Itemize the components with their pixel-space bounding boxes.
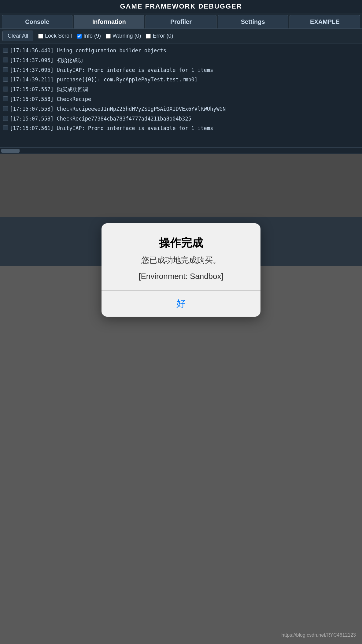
log-icon bbox=[3, 48, 8, 53]
log-area: [17:14:36.440] Using configuration build… bbox=[0, 43, 362, 147]
log-icon bbox=[3, 87, 8, 91]
footer-url: https://blog.csdn.net/RYC4612123 bbox=[282, 632, 356, 638]
log-entry: [17:15:07.557] 购买成功回调 bbox=[2, 85, 360, 95]
error-checkbox[interactable]: Error (0) bbox=[146, 33, 173, 39]
modal-button-area: 好 bbox=[102, 291, 260, 317]
log-icon bbox=[3, 58, 8, 62]
toolbar: Clear All Lock Scroll Info (9) Warning (… bbox=[0, 29, 362, 43]
warning-checkbox[interactable]: Warning (0) bbox=[106, 33, 141, 39]
log-icon bbox=[3, 116, 8, 121]
log-entry: [17:14:37.095] 初始化成功 bbox=[2, 56, 360, 65]
tab-example[interactable]: EXAMPLE bbox=[290, 15, 360, 28]
log-entry: [17:15:07.558] CheckRecipe77384cba783f47… bbox=[2, 114, 360, 124]
modal-body: 操作完成 您已成功地完成购买。 [Environment: Sandbox] bbox=[102, 223, 260, 290]
log-entry: [17:15:07.558] CheckRecipeewoJInNpZ25hdH… bbox=[2, 104, 360, 114]
modal-env: [Environment: Sandbox] bbox=[111, 272, 251, 281]
log-icon bbox=[3, 106, 8, 111]
tab-settings[interactable]: Settings bbox=[218, 15, 288, 28]
log-entry: [17:14:36.440] Using configuration build… bbox=[2, 46, 360, 56]
log-entry: [17:14:37.095] UnityIAP: Promo interface… bbox=[2, 65, 360, 75]
log-icon bbox=[3, 96, 8, 101]
log-icon bbox=[3, 67, 8, 72]
scrollbar-thumb[interactable] bbox=[1, 149, 20, 153]
gray-background bbox=[0, 266, 362, 644]
tab-bar: Console Information Profiler Settings EX… bbox=[0, 13, 362, 29]
tab-information[interactable]: Information bbox=[74, 15, 144, 28]
log-entry: [17:14:39.211] purchase({0}): com.RycApp… bbox=[2, 75, 360, 85]
lock-scroll-checkbox[interactable]: Lock Scroll bbox=[38, 33, 72, 39]
debugger-panel: GAME FRAMEWORK DEBUGGER Console Informat… bbox=[0, 0, 362, 154]
clear-all-button[interactable]: Clear All bbox=[2, 31, 33, 41]
log-entry: [17:15:07.561] UnityIAP: Promo interface… bbox=[2, 124, 360, 133]
modal-dialog: 操作完成 您已成功地完成购买。 [Environment: Sandbox] 好 bbox=[102, 223, 260, 317]
scrollbar-area[interactable] bbox=[0, 147, 362, 154]
modal-overlay: 操作完成 您已成功地完成购买。 [Environment: Sandbox] 好 bbox=[0, 223, 362, 317]
log-icon bbox=[3, 77, 8, 82]
log-entry: [17:15:07.558] CheckRecipe bbox=[2, 95, 360, 104]
modal-ok-button[interactable]: 好 bbox=[102, 291, 260, 317]
debugger-title: GAME FRAMEWORK DEBUGGER bbox=[0, 0, 362, 13]
modal-message: 您已成功地完成购买。 bbox=[111, 255, 251, 266]
tab-profiler[interactable]: Profiler bbox=[146, 15, 216, 28]
info-checkbox[interactable]: Info (9) bbox=[77, 33, 101, 39]
tab-console[interactable]: Console bbox=[2, 15, 72, 28]
modal-title: 操作完成 bbox=[111, 236, 251, 251]
log-icon bbox=[3, 125, 8, 130]
